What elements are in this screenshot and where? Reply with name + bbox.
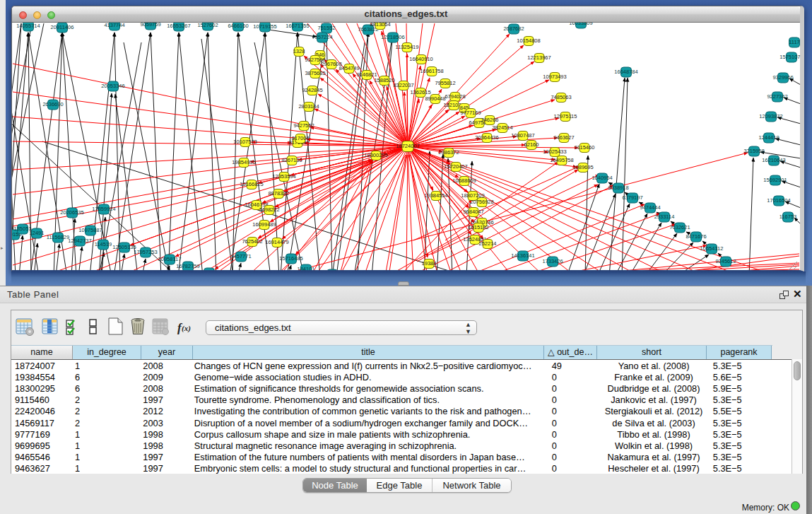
svg-text:10719155: 10719155 (253, 23, 276, 30)
svg-text:7625402: 7625402 (242, 238, 262, 245)
svg-text:9684047: 9684047 (463, 209, 483, 215)
svg-text:3875685: 3875685 (305, 70, 325, 76)
svg-text:16671355: 16671355 (286, 23, 309, 29)
svg-text:17016504: 17016504 (767, 197, 790, 204)
svg-text:10154808: 10154808 (517, 37, 540, 44)
svg-text:10958117: 10958117 (158, 256, 182, 262)
svg-text:1733426: 1733426 (542, 258, 563, 264)
svg-text:19384: 19384 (422, 260, 437, 267)
svg-text:19384554: 19384554 (424, 192, 447, 199)
svg-text:20911406: 20911406 (51, 24, 74, 30)
svg-text:8454749: 8454749 (339, 65, 359, 71)
svg-text:12353594: 12353594 (272, 173, 295, 180)
svg-text:16553267: 16553267 (167, 23, 190, 29)
svg-text:14055714: 14055714 (16, 23, 40, 29)
svg-text:18724007: 18724007 (396, 143, 419, 149)
svg-text:8471676: 8471676 (686, 233, 706, 240)
svg-text:17957253: 17957253 (134, 249, 157, 255)
svg-text:751552: 751552 (317, 25, 335, 31)
svg-text:746266: 746266 (481, 117, 498, 123)
svg-text:(x): (x) (182, 324, 191, 333)
svg-text:1615132: 1615132 (468, 224, 488, 230)
svg-text:1117: 1117 (789, 39, 800, 45)
svg-text:16914479: 16914479 (265, 239, 288, 245)
svg-text:11156829: 11156829 (47, 234, 69, 240)
svg-text:20053346: 20053346 (101, 83, 124, 89)
svg-text:9777169: 9777169 (460, 110, 481, 116)
svg-text:1244419: 1244419 (758, 134, 779, 141)
svg-text:8938918: 8938918 (608, 185, 628, 191)
svg-text:12213967: 12213967 (527, 54, 551, 61)
svg-text:2687682: 2687682 (503, 25, 524, 32)
svg-text:2636690: 2636690 (42, 101, 63, 107)
svg-text:12218506: 12218506 (381, 34, 404, 40)
svg-text:9329966: 9329966 (772, 74, 793, 81)
svg-text:6379197: 6379197 (622, 194, 642, 201)
svg-text:7485063: 7485063 (551, 94, 571, 100)
svg-text:12975115: 12975115 (554, 113, 577, 119)
svg-text:8813054: 8813054 (370, 23, 390, 28)
svg-text:16210643: 16210643 (762, 157, 785, 163)
svg-text:114519: 114519 (95, 241, 112, 247)
svg-text:10807487: 10807487 (511, 132, 534, 139)
svg-text:19854935: 19854935 (232, 159, 255, 165)
svg-text:15692901: 15692901 (763, 177, 787, 183)
svg-text:9463627: 9463627 (553, 134, 574, 141)
svg-text:3824514: 3824514 (492, 124, 512, 131)
svg-text:9474444: 9474444 (640, 204, 660, 211)
svg-text:1498222: 1498222 (259, 206, 279, 213)
svg-text:12942737: 12942737 (68, 238, 91, 244)
svg-text:16961758: 16961758 (420, 68, 443, 74)
svg-text:6794028: 6794028 (445, 93, 465, 100)
svg-text:12491: 12491 (30, 230, 45, 236)
svg-text:16648784: 16648784 (614, 69, 637, 75)
svg-text:8267130: 8267130 (281, 157, 302, 163)
svg-text:2986372: 2986372 (438, 149, 459, 156)
svg-text:10688609: 10688609 (452, 177, 476, 184)
svg-text:7357224: 7357224 (312, 34, 332, 40)
svg-text:9427552: 9427552 (293, 122, 314, 129)
svg-text:8878332: 8878332 (268, 190, 288, 197)
svg-text:116753: 116753 (779, 214, 796, 220)
svg-text:15751074: 15751074 (779, 54, 800, 60)
svg-text:10025433: 10025433 (543, 148, 566, 155)
svg-text:6466160: 6466160 (228, 23, 248, 29)
svg-text:252214: 252214 (478, 240, 496, 247)
svg-text:12093872: 12093872 (759, 113, 782, 119)
svg-text:20364436: 20364436 (475, 134, 498, 141)
svg-text:10973493: 10973493 (543, 74, 566, 80)
svg-text:16495758: 16495758 (550, 157, 573, 163)
svg-text:7955812: 7955812 (435, 80, 455, 86)
svg-text:10654112: 10654112 (700, 245, 724, 252)
svg-text:9242845: 9242845 (302, 87, 322, 93)
svg-text:4137744: 4137744 (104, 23, 124, 28)
svg-text:2933114: 2933114 (654, 214, 675, 220)
svg-text:9115460: 9115460 (575, 144, 595, 151)
svg-text:15716485: 15716485 (279, 255, 302, 262)
svg-text:9059759: 9059759 (140, 23, 160, 28)
svg-text:817004: 817004 (291, 135, 309, 141)
svg-text:184101: 184101 (297, 266, 314, 270)
svg-text:10107573: 10107573 (233, 139, 257, 145)
svg-text:12505135: 12505135 (112, 244, 136, 250)
svg-text:17359924: 17359924 (92, 206, 115, 212)
svg-text:1588520: 1588520 (374, 77, 394, 83)
svg-text:9227342: 9227342 (767, 93, 787, 100)
svg-text:15720407: 15720407 (444, 163, 467, 170)
svg-text:62160: 62160 (524, 141, 539, 148)
svg-text:1328: 1328 (293, 48, 305, 54)
svg-text:18300295: 18300295 (364, 152, 387, 158)
svg-text:7632621: 7632621 (669, 224, 690, 230)
svg-text:16099489: 16099489 (252, 221, 276, 228)
svg-text:16640910: 16640910 (409, 56, 433, 62)
svg-text:9245612: 9245612 (715, 258, 736, 264)
svg-text:2803144: 2803144 (298, 103, 319, 110)
svg-text:10975887: 10975887 (78, 227, 102, 233)
svg-text:1089695: 1089695 (572, 164, 593, 170)
svg-text:12323466: 12323466 (197, 269, 220, 270)
svg-text:16033809: 16033809 (569, 23, 592, 26)
svg-text:1640954: 1640954 (592, 175, 612, 181)
svg-text:20206535: 20206535 (60, 209, 83, 216)
svg-text:8990448: 8990448 (425, 95, 445, 102)
svg-text:20756928: 20756928 (470, 199, 493, 205)
